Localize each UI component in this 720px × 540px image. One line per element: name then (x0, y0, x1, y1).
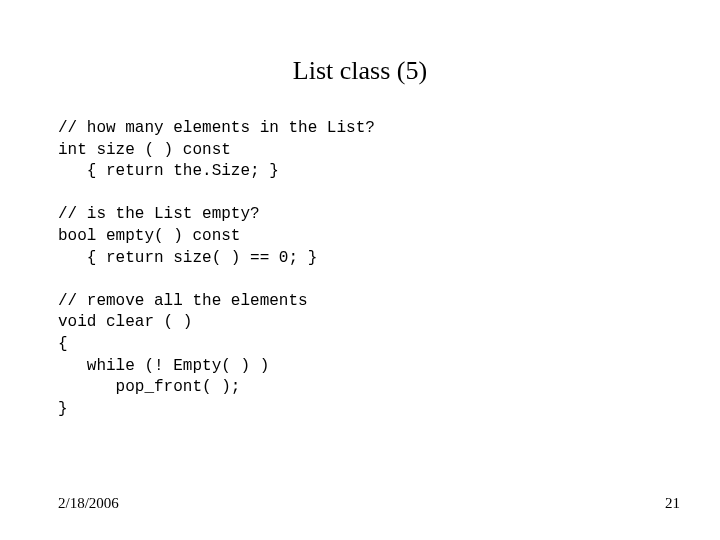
code-block: // how many elements in the List? int si… (58, 118, 375, 420)
slide: List class (5) // how many elements in t… (0, 0, 720, 540)
footer-date: 2/18/2006 (58, 495, 119, 512)
slide-title: List class (5) (0, 56, 720, 86)
footer-page-number: 21 (665, 495, 680, 512)
